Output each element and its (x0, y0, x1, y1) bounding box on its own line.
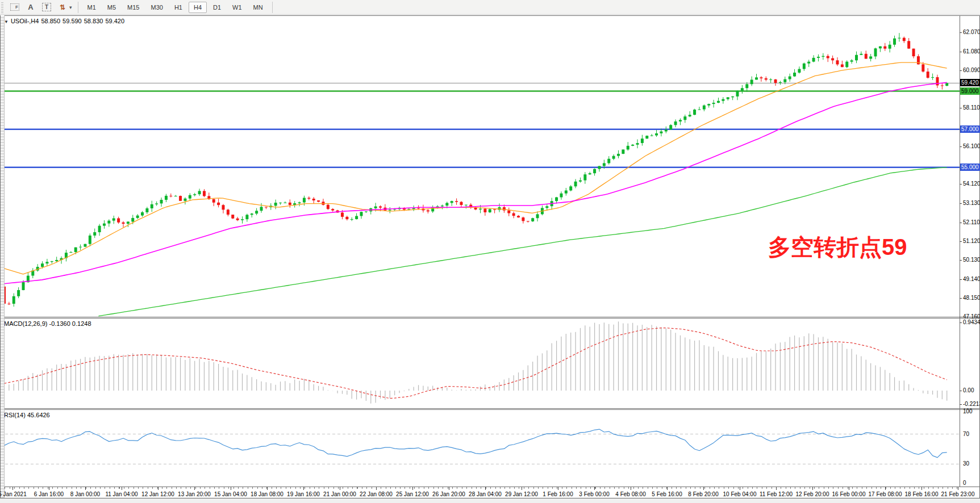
symbol-label: USOil-,H4 (11, 18, 39, 24)
time-axis-label: 11 Feb 12:00 (760, 491, 793, 497)
timeframe-button-M15[interactable]: M15 (122, 2, 144, 13)
candle-up (555, 197, 558, 201)
timeframe-button-H4[interactable]: H4 (189, 2, 207, 13)
candle-up (79, 247, 82, 248)
candle-down (760, 77, 762, 78)
candle-up (41, 263, 44, 267)
candle-up (821, 56, 824, 57)
macd-tick-mark (960, 404, 962, 405)
candle-up (574, 182, 577, 187)
candle-down (331, 209, 334, 210)
candle-down (483, 209, 486, 212)
candle-up (536, 214, 539, 218)
candle-down (841, 64, 844, 67)
timeframe-button-M5[interactable]: M5 (102, 2, 121, 13)
candle-up (650, 136, 653, 136)
candle-down (503, 207, 506, 211)
cycle-arrows-icon[interactable]: ⇅ (56, 2, 69, 13)
timeframe-button-M30[interactable]: M30 (146, 2, 168, 13)
candle-up (451, 201, 453, 203)
dropdown-caret-icon[interactable]: ▾ (69, 5, 72, 10)
time-axis-tick (303, 487, 304, 490)
grid-f-icon[interactable]: F (8, 2, 22, 13)
time-axis-tick (376, 487, 377, 490)
candle-up (736, 91, 739, 97)
candle-up (389, 209, 391, 210)
time-axis-tick (631, 487, 631, 490)
price-tick-mark (960, 241, 962, 242)
candle-up (693, 110, 696, 115)
candle-up (812, 58, 815, 62)
time-axis-tick (85, 487, 86, 490)
label-a-icon[interactable]: A (24, 2, 37, 13)
candle-up (745, 84, 748, 88)
candle-down (327, 205, 330, 209)
candle-down (907, 41, 910, 48)
candle-down (379, 207, 382, 208)
time-axis-label: 21 Feb 23:00 (941, 491, 975, 497)
ohlc-open: 58.850 (41, 18, 60, 24)
macd-panel-top-border[interactable] (0, 318, 980, 318)
candle-down (522, 217, 524, 221)
rsi-line (5, 429, 947, 458)
price-tick-label: 54.120 (963, 181, 980, 187)
candle-up (260, 207, 263, 211)
candle-up (660, 131, 662, 133)
candle-up (112, 219, 115, 221)
price-tick-label: 51.120 (963, 238, 980, 244)
candle-up (583, 174, 586, 180)
candle-down (312, 199, 315, 200)
candle-up (593, 169, 596, 174)
candle-up (707, 104, 710, 106)
left-grip[interactable] (1, 15, 5, 498)
candle-up (698, 110, 700, 110)
candle-up (603, 163, 606, 166)
candle-up (712, 103, 715, 104)
candle-up (789, 76, 791, 79)
candle-up (703, 106, 706, 110)
rsi-scale-label: 30 (963, 460, 969, 467)
timeframe-button-W1[interactable]: W1 (227, 2, 247, 13)
candle-up (817, 57, 820, 58)
rsi-panel-top-border[interactable] (0, 409, 980, 410)
candle-up (793, 73, 796, 77)
main-price-chart[interactable] (0, 15, 960, 317)
candle-up (107, 221, 110, 224)
price-tick-mark (960, 32, 962, 33)
candle-down (765, 78, 768, 79)
candle-up (127, 221, 130, 224)
textbox-t-glyph: T (42, 3, 51, 11)
candle-up (131, 218, 134, 222)
price-badge-59.420: 59.420 (960, 79, 980, 86)
time-axis-tick (122, 487, 122, 490)
rsi-scale-label: 100 (963, 408, 973, 414)
candle-up (465, 205, 468, 206)
candle-down (427, 210, 429, 211)
candle-down (231, 215, 234, 219)
candle-down (236, 219, 239, 220)
candle-up (155, 203, 158, 204)
macd-tick-mark (960, 391, 962, 391)
rsi-indicator-chart[interactable] (0, 409, 960, 487)
macd-indicator-chart[interactable] (0, 318, 960, 408)
price-tick-label: 61.080 (963, 48, 980, 55)
time-axis-tick (194, 487, 195, 490)
candle-up (55, 260, 58, 261)
textbox-t-icon[interactable]: T (40, 2, 53, 13)
timeframe-button-MN[interactable]: MN (248, 2, 268, 13)
candle-up (355, 216, 358, 219)
time-axis-tick (667, 487, 668, 490)
timeframe-button-H1[interactable]: H1 (169, 2, 187, 13)
price-badge-57.000: 57.000 (960, 125, 980, 133)
symbol-dropdown-icon[interactable]: ▼ (4, 19, 9, 24)
time-axis-label: 26 Jan 20:00 (432, 491, 465, 497)
candle-down (217, 203, 220, 205)
timeframe-button-M1[interactable]: M1 (82, 2, 101, 13)
rsi-scale-label: 70 (963, 431, 969, 437)
timeframe-button-D1[interactable]: D1 (208, 2, 226, 13)
candle-down (455, 201, 458, 202)
candle-up (45, 262, 48, 263)
time-axis-tick (885, 487, 886, 490)
toolbar-grip[interactable] (1, 2, 7, 13)
candle-up (136, 216, 139, 218)
